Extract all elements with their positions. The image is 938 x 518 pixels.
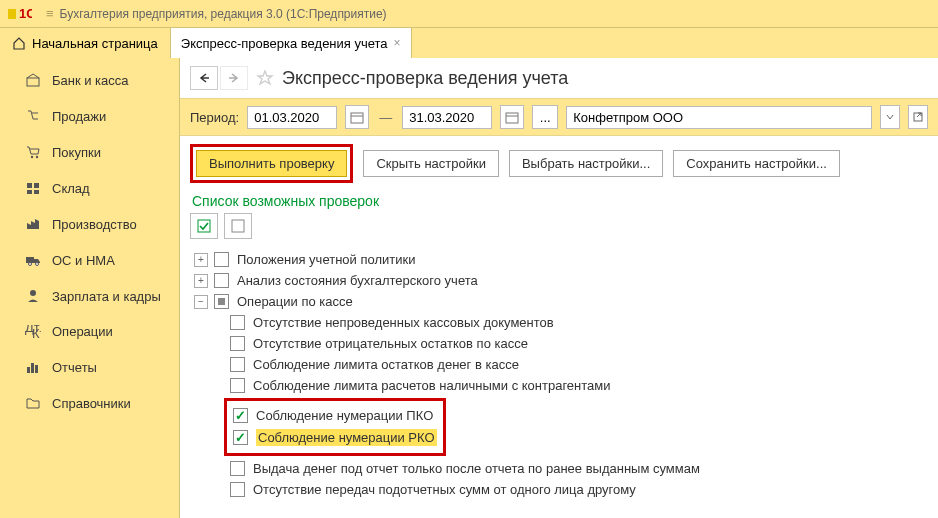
period-label: Период: [190, 110, 239, 125]
sales-icon [24, 108, 42, 124]
svg-rect-24 [232, 220, 244, 232]
checkbox-checked[interactable]: ✓ [233, 408, 248, 423]
chart-icon [24, 359, 42, 375]
org-open-button[interactable] [908, 105, 928, 129]
checkbox[interactable] [230, 482, 245, 497]
sidebar-item-label: Склад [52, 181, 90, 196]
organization-input[interactable] [566, 106, 872, 129]
expand-toggle[interactable]: + [194, 253, 208, 267]
expand-toggle[interactable]: + [194, 274, 208, 288]
sidebar-item-warehouse[interactable]: Склад [0, 170, 179, 206]
collapse-toggle[interactable]: − [194, 295, 208, 309]
sidebar-item-bank[interactable]: Банк и касса [0, 62, 179, 98]
tab-close-icon[interactable]: × [394, 36, 401, 50]
org-dropdown-button[interactable] [880, 105, 900, 129]
sidebar-item-label: Продажи [52, 109, 106, 124]
checkbox[interactable] [230, 357, 245, 372]
svg-rect-18 [351, 113, 363, 123]
list-toolbar [180, 213, 938, 245]
sidebar-item-sales[interactable]: Продажи [0, 98, 179, 134]
tree-row: Выдача денег под отчет только после отче… [190, 458, 928, 479]
svg-rect-6 [34, 183, 39, 188]
sidebar-item-references[interactable]: Справочники [0, 385, 179, 421]
svg-rect-23 [198, 220, 210, 232]
checkbox[interactable] [230, 461, 245, 476]
tab-express-check[interactable]: Экспресс-проверка ведения учета × [171, 28, 412, 58]
checkbox-partial[interactable] [214, 294, 229, 309]
checkbox[interactable] [230, 378, 245, 393]
tree-row: Отсутствие передач подотчетных сумм от о… [190, 479, 928, 500]
calendar-from-button[interactable] [345, 105, 369, 129]
svg-rect-15 [27, 367, 30, 373]
tree-label: Соблюдение лимита расчетов наличными с к… [253, 378, 611, 393]
app-logo-icon: 1C [8, 6, 32, 22]
tree-row: ✓ Соблюдение нумерации РКО [233, 426, 437, 449]
tree-label: Соблюдение нумерации РКО [256, 429, 437, 446]
sidebar-item-assets[interactable]: ОС и НМА [0, 242, 179, 278]
checkbox[interactable] [214, 252, 229, 267]
svg-point-10 [29, 263, 32, 266]
run-check-button[interactable]: Выполнить проверку [196, 150, 347, 177]
tree-label: Положения учетной политики [237, 252, 415, 267]
cart-icon [24, 144, 42, 160]
operations-icon: ДтКт [24, 325, 42, 339]
period-bar: Период: — ... [180, 98, 938, 136]
tree-row: Отсутствие отрицательных остатков по кас… [190, 333, 928, 354]
svg-point-11 [36, 263, 39, 266]
svg-text:1C: 1C [19, 7, 32, 21]
tree-label: Соблюдение лимита остатков денег в кассе [253, 357, 519, 372]
tree-row: + Положения учетной политики [190, 249, 928, 270]
sidebar-item-purchases[interactable]: Покупки [0, 134, 179, 170]
check-all-button[interactable] [190, 213, 218, 239]
checkbox[interactable] [214, 273, 229, 288]
page-title: Экспресс-проверка ведения учета [282, 68, 568, 89]
tabbar: Начальная страница Экспресс-проверка вед… [0, 28, 938, 58]
checkbox[interactable] [230, 336, 245, 351]
tree-label: Выдача денег под отчет только после отче… [253, 461, 700, 476]
svg-point-4 [36, 156, 38, 158]
svg-rect-2 [27, 78, 39, 86]
tree-label: Соблюдение нумерации ПКО [256, 408, 433, 423]
app-title: Бухгалтерия предприятия, редакция 3.0 (1… [60, 7, 387, 21]
svg-point-3 [31, 156, 33, 158]
tree-label: Отсутствие отрицательных остатков по кас… [253, 336, 528, 351]
sidebar-item-operations[interactable]: ДтКт Операции [0, 314, 179, 349]
sidebar-item-label: Производство [52, 217, 137, 232]
sidebar-item-salary[interactable]: Зарплата и кадры [0, 278, 179, 314]
folder-icon [24, 395, 42, 411]
nav-forward-button[interactable] [220, 66, 248, 90]
checkbox-checked[interactable]: ✓ [233, 430, 248, 445]
highlight-frame-checks: ✓ Соблюдение нумерации ПКО ✓ Соблюдение … [224, 398, 446, 456]
calendar-to-button[interactable] [500, 105, 524, 129]
save-settings-button[interactable]: Сохранить настройки... [673, 150, 840, 177]
favorite-star-icon[interactable] [256, 69, 274, 87]
period-dash: — [379, 110, 392, 125]
home-icon [12, 36, 26, 50]
svg-point-12 [30, 290, 36, 296]
uncheck-all-button[interactable] [224, 213, 252, 239]
action-bar: Выполнить проверку Скрыть настройки Выбр… [180, 136, 938, 191]
checks-list-header: Список возможных проверок [180, 191, 938, 213]
tree-label: Отсутствие передач подотчетных сумм от о… [253, 482, 636, 497]
truck-icon [24, 252, 42, 268]
titlebar-separator: ≡ [46, 6, 54, 21]
period-select-button[interactable]: ... [532, 105, 558, 129]
choose-settings-button[interactable]: Выбрать настройки... [509, 150, 663, 177]
sidebar-item-label: Отчеты [52, 360, 97, 375]
svg-text:Кт: Кт [32, 326, 41, 339]
sidebar-item-label: Справочники [52, 396, 131, 411]
period-to-input[interactable] [402, 106, 492, 129]
period-from-input[interactable] [247, 106, 337, 129]
tab-home[interactable]: Начальная страница [0, 28, 171, 58]
person-icon [24, 288, 42, 304]
nav-back-button[interactable] [190, 66, 218, 90]
svg-rect-0 [8, 9, 16, 19]
svg-rect-16 [31, 363, 34, 373]
sidebar-item-production[interactable]: Производство [0, 206, 179, 242]
titlebar: 1C ≡ Бухгалтерия предприятия, редакция 3… [0, 0, 938, 28]
checkbox[interactable] [230, 315, 245, 330]
svg-rect-5 [27, 183, 32, 188]
sidebar-item-reports[interactable]: Отчеты [0, 349, 179, 385]
highlight-frame-run: Выполнить проверку [190, 144, 353, 183]
hide-settings-button[interactable]: Скрыть настройки [363, 150, 499, 177]
